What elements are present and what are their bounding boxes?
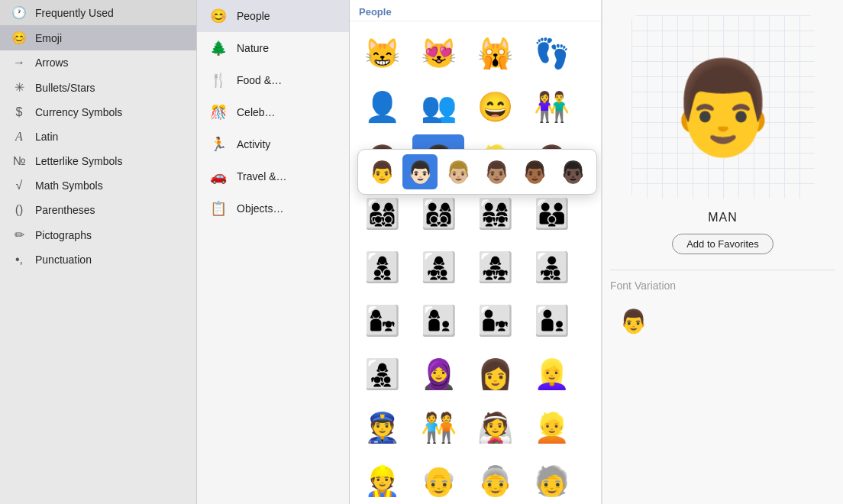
category-travel[interactable]: 🚗 Travel &… xyxy=(197,160,349,192)
category-celebration[interactable]: 🎊 Celeb… xyxy=(197,96,349,128)
emoji-cell[interactable]: 👩‍👦 xyxy=(412,295,464,347)
emoji-cell[interactable]: 😄 xyxy=(469,81,521,133)
celebration-icon: 🎊 xyxy=(208,104,229,121)
emoji-cell[interactable]: 😻 xyxy=(412,27,464,79)
sidebar-item-letterlike-symbols[interactable]: № Letterlike Symbols xyxy=(0,149,196,173)
sidebar-item-label: Punctuation xyxy=(35,254,92,266)
category-nature[interactable]: 🌲 Nature xyxy=(197,32,349,64)
sidebar-item-latin[interactable]: A Latin xyxy=(0,124,196,149)
category-label: Activity xyxy=(237,138,270,150)
sidebar-item-label: Latin xyxy=(35,131,58,143)
travel-icon: 🚗 xyxy=(208,168,229,185)
detail-panel: 👨 MAN Add to Favorites Font Variation 👨 xyxy=(602,0,843,504)
math-icon: √ xyxy=(11,179,27,192)
font-variation-grid: 👨 xyxy=(610,301,835,341)
skin-tone-dark[interactable]: 👨🏿 xyxy=(555,154,590,189)
sidebar-item-label: Parentheses xyxy=(35,204,95,216)
detail-emoji-display: 👨 xyxy=(666,61,780,153)
sidebar: 🕐 Frequently Used 😊 Emoji → Arrows ✳ Bul… xyxy=(0,0,197,504)
emoji-cell[interactable]: 👩 xyxy=(469,348,521,400)
category-label: People xyxy=(237,10,270,22)
sidebar-item-label: Bullets/Stars xyxy=(35,82,95,94)
emoji-cell[interactable]: 👨‍👧‍👦 xyxy=(525,241,577,293)
arrow-icon: → xyxy=(11,56,27,69)
emoji-cell[interactable]: 😸 xyxy=(356,27,408,79)
food-icon: 🍴 xyxy=(208,72,229,89)
emoji-cell[interactable]: 🧓 xyxy=(525,455,577,504)
category-label: Objects… xyxy=(237,202,283,215)
emoji-cell[interactable]: 👩‍👧 xyxy=(356,295,408,347)
emoji-cell[interactable]: 👪 xyxy=(525,188,577,240)
emoji-cell[interactable]: 👨‍👩‍👧‍👧 xyxy=(469,188,521,240)
emoji-cell[interactable]: 👨‍👩‍👧‍👦 xyxy=(356,188,408,240)
clock-icon: 🕐 xyxy=(11,5,27,20)
add-to-favorites-button[interactable]: Add to Favorites xyxy=(672,234,774,254)
detail-emoji-name: MAN xyxy=(708,211,738,225)
emoji-cell[interactable]: 👨‍👩‍👦‍👦 xyxy=(412,188,464,240)
sidebar-item-label: Pictographs xyxy=(35,229,92,241)
category-label: Food &… xyxy=(237,74,282,86)
emoji-icon: 😊 xyxy=(11,31,27,45)
emoji-cell[interactable]: 👵 xyxy=(469,455,521,504)
category-food[interactable]: 🍴 Food &… xyxy=(197,64,349,96)
skin-tone-medium-light[interactable]: 👨🏼 xyxy=(441,154,476,189)
emoji-cell[interactable]: 👩‍👧‍👧 xyxy=(469,241,521,293)
emoji-grid-panel: People 😸 😻 🙀 👣 👤 👥 😄 👫 👨 👨🏻 👱 👨🏽 👨‍👩‍👧‍👦… xyxy=(350,0,602,504)
emoji-grid-header: People xyxy=(350,0,601,21)
letterlike-icon: № xyxy=(11,154,27,168)
sidebar-item-label: Math Symbols xyxy=(35,179,103,192)
sidebar-item-bullets-stars[interactable]: ✳ Bullets/Stars xyxy=(0,75,196,100)
emoji-cell[interactable]: 👤 xyxy=(356,81,408,133)
emoji-cell[interactable]: 👷 xyxy=(356,455,408,504)
emoji-cell[interactable]: 👥 xyxy=(412,81,464,133)
emoji-cell[interactable]: 👰 xyxy=(469,402,521,454)
sidebar-item-parentheses[interactable]: () Parentheses xyxy=(0,198,196,222)
sidebar-item-label: Emoji xyxy=(35,32,62,44)
skin-tone-popup: 👨 👨🏻 👨🏼 👨🏽 👨🏾 👨🏿 xyxy=(357,149,597,195)
emoji-cell[interactable]: 👩‍👦‍👦 xyxy=(356,241,408,293)
emoji-cell[interactable]: 👩‍👧‍👦 xyxy=(356,348,408,400)
sidebar-item-currency-symbols[interactable]: $ Currency Symbols xyxy=(0,100,196,124)
emoji-cell[interactable]: 👴 xyxy=(412,455,464,504)
activity-icon: 🏃 xyxy=(208,136,229,153)
category-activity[interactable]: 🏃 Activity xyxy=(197,128,349,160)
sidebar-item-emoji[interactable]: 😊 Emoji xyxy=(0,25,196,50)
skin-tone-medium[interactable]: 👨🏽 xyxy=(479,154,514,189)
emoji-cell[interactable]: 🧑‍🤝‍🧑 xyxy=(412,402,464,454)
category-label: Nature xyxy=(237,42,269,54)
skin-tone-medium-dark[interactable]: 👨🏾 xyxy=(517,154,552,189)
emoji-cell[interactable]: 👨‍👧 xyxy=(469,295,521,347)
emoji-cell[interactable]: 🙀 xyxy=(469,27,521,79)
nature-icon: 🌲 xyxy=(208,40,229,57)
sidebar-item-arrows[interactable]: → Arrows xyxy=(0,50,196,75)
sidebar-item-frequently-used[interactable]: 🕐 Frequently Used xyxy=(0,0,196,25)
category-label: Celeb… xyxy=(237,106,276,118)
sidebar-item-label: Frequently Used xyxy=(35,7,114,19)
emoji-cell[interactable]: 👱‍♀️ xyxy=(525,348,577,400)
emoji-cell[interactable]: 🧕 xyxy=(412,348,464,400)
emoji-cell[interactable]: 👫 xyxy=(525,81,577,133)
skin-tone-default[interactable]: 👨 xyxy=(364,154,399,189)
categories-panel: 😊 People 🌲 Nature 🍴 Food &… 🎊 Celeb… 🏃 A… xyxy=(197,0,350,504)
category-label: Travel &… xyxy=(237,170,287,183)
detail-emoji-background: 👨 xyxy=(631,15,815,199)
sidebar-item-math-symbols[interactable]: √ Math Symbols xyxy=(0,173,196,198)
category-objects[interactable]: 📋 Objects… xyxy=(197,192,349,225)
font-variation-label: Font Variation xyxy=(610,270,835,292)
emoji-cell[interactable]: 👣 xyxy=(525,27,577,79)
font-variation-cell[interactable]: 👨 xyxy=(613,301,653,341)
paren-icon: () xyxy=(11,203,27,217)
sidebar-item-label: Currency Symbols xyxy=(35,106,122,118)
sidebar-item-pictographs[interactable]: ✏ Pictographs xyxy=(0,222,196,247)
star-icon: ✳ xyxy=(11,80,27,95)
currency-icon: $ xyxy=(11,105,27,119)
people-icon: 😊 xyxy=(208,8,229,24)
skin-tone-light[interactable]: 👨🏻 xyxy=(402,154,438,189)
emoji-cell[interactable]: 👨‍👦 xyxy=(525,295,577,347)
sidebar-item-label: Arrows xyxy=(35,57,69,69)
emoji-cell[interactable]: 👮 xyxy=(356,402,408,454)
emoji-cell[interactable]: 👩‍👧‍👦 xyxy=(412,241,464,293)
category-people[interactable]: 😊 People xyxy=(197,0,349,32)
emoji-cell[interactable]: 👱 xyxy=(525,402,577,454)
sidebar-item-punctuation[interactable]: •, Punctuation xyxy=(0,247,196,272)
